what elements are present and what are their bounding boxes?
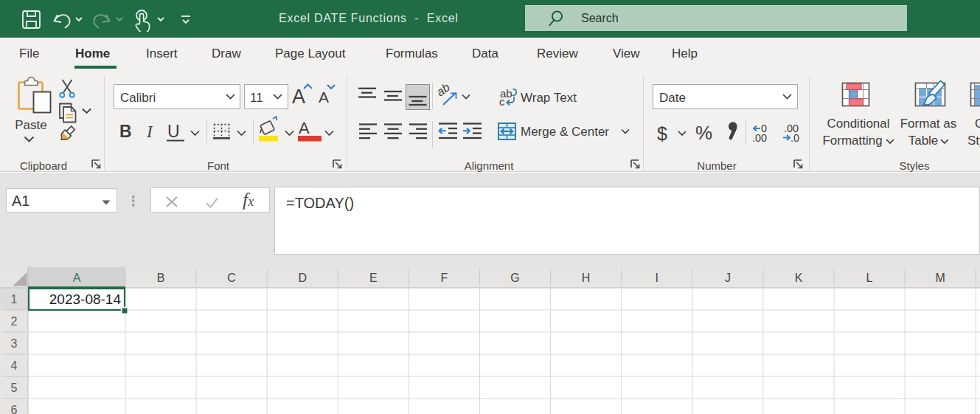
svg-text:Wrap Text: Wrap Text (521, 91, 577, 105)
svg-text:C: C (227, 272, 236, 284)
svg-text:Conditional: Conditional (827, 117, 889, 131)
svg-text:A: A (73, 272, 81, 284)
svg-text:2023-08-14: 2023-08-14 (49, 291, 122, 307)
svg-text:A: A (299, 119, 310, 137)
svg-text:B: B (157, 272, 165, 284)
svg-text:1: 1 (11, 293, 18, 306)
svg-text:U: U (167, 122, 180, 141)
svg-text:E: E (369, 272, 378, 284)
svg-text:G: G (510, 272, 519, 284)
svg-text:I: I (656, 272, 658, 284)
svg-text:H: H (582, 272, 591, 284)
svg-text:Clipboard: Clipboard (20, 159, 67, 172)
svg-text:$: $ (657, 123, 667, 144)
svg-text:Cell: Cell (975, 117, 980, 131)
svg-text:A: A (292, 86, 305, 108)
svg-text:.00: .00 (752, 132, 767, 144)
svg-text:M: M (935, 272, 945, 284)
svg-text:Font: Font (207, 159, 230, 172)
svg-text:11: 11 (250, 91, 263, 105)
svg-text:5: 5 (11, 382, 18, 394)
svg-text:Table: Table (908, 134, 939, 148)
svg-text:4: 4 (11, 359, 18, 372)
svg-text:F: F (441, 272, 448, 284)
svg-text:c: c (499, 95, 505, 108)
svg-text:Number: Number (697, 159, 736, 172)
svg-text:.0: .0 (790, 132, 799, 144)
svg-text:Paste: Paste (15, 118, 46, 132)
svg-text:%: % (695, 122, 712, 144)
svg-text:Formatting: Formatting (822, 134, 882, 148)
svg-text:K: K (795, 272, 803, 284)
svg-text:Alignment: Alignment (465, 159, 515, 172)
svg-text:Format as: Format as (900, 117, 957, 131)
svg-text:I: I (146, 123, 153, 141)
svg-text:Merge & Center: Merge & Center (521, 125, 609, 139)
svg-text:ab: ab (434, 80, 452, 98)
svg-text:Styles: Styles (900, 159, 930, 172)
svg-text:A: A (319, 89, 329, 106)
svg-text:L: L (866, 272, 873, 284)
svg-text:2: 2 (11, 315, 18, 328)
svg-text:Styles: Styles (967, 134, 980, 148)
svg-text:Calibri: Calibri (120, 91, 156, 105)
svg-text:3: 3 (11, 337, 18, 350)
svg-text:B: B (119, 122, 132, 141)
svg-text:J: J (725, 272, 731, 284)
svg-text:D: D (298, 272, 307, 284)
svg-text:Date: Date (659, 91, 686, 105)
svg-text:6: 6 (11, 404, 18, 414)
